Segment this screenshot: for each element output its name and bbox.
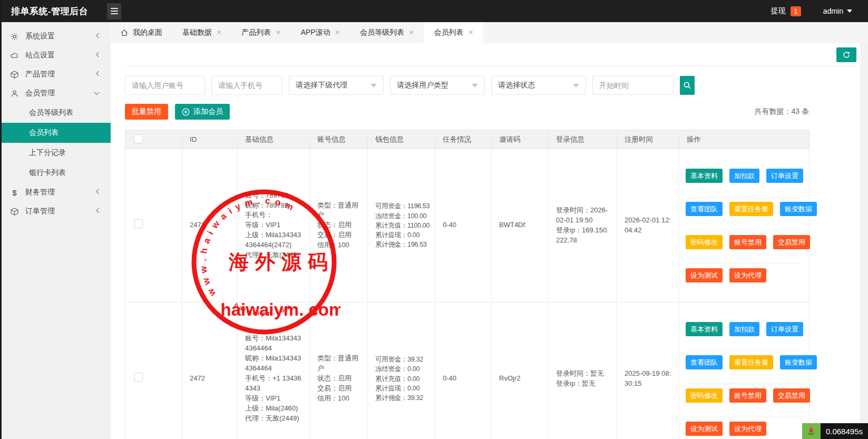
agent-select[interactable]: 请选择下级代理 — [289, 76, 384, 95]
select-all-checkbox[interactable] — [134, 134, 143, 143]
plus-circle-icon — [182, 108, 190, 116]
action-set-as-agent[interactable]: 设为代理 — [729, 268, 766, 282]
row-checkbox[interactable] — [134, 219, 143, 228]
action-add-deduct-funds[interactable]: 加扣款 — [729, 322, 759, 336]
add-member-button[interactable]: 添加会员 — [175, 104, 230, 120]
close-icon[interactable] — [468, 28, 473, 37]
sidebar-item-finance-management[interactable]: $ 财务管理 — [0, 183, 111, 202]
chevron-left-icon — [95, 188, 100, 197]
cell-account-info: 类型：普通用户 状态：启用 交易：启用 信用：100 — [310, 149, 368, 303]
close-icon[interactable] — [276, 28, 280, 37]
action-account-change-data[interactable]: 账变数据 — [780, 355, 817, 369]
cell-login-info: 登录时间：暂无 登录ip：暂无 — [549, 302, 617, 439]
action-basic-profile[interactable]: 基本资料 — [686, 322, 723, 336]
refresh-icon — [842, 51, 851, 59]
sidebar-item-member-level-list[interactable]: 会员等级列表 — [0, 103, 111, 123]
user-menu[interactable]: admin — [823, 7, 852, 15]
cell-wallet-info: 可用资金：39.32 冻结资金：0.00 累计充值：0.00 累计提现：0.00… — [368, 302, 435, 439]
sidebar-item-site-settings[interactable]: 站点设置 — [0, 46, 111, 65]
action-view-team[interactable]: 查看团队 — [686, 355, 723, 369]
account-input[interactable] — [125, 76, 205, 95]
total-count-text: 共有数据：43 条 — [755, 107, 809, 116]
sidebar-item-label: 订单管理 — [25, 207, 55, 216]
withdraw-link[interactable]: 提现 1 — [771, 6, 801, 16]
sidebar: 系统设置 站点设置 产品管理 会员管理 会员等级列表 会员列表 上下分记录 银行… — [0, 22, 111, 439]
action-set-as-test[interactable]: 设为测试 — [686, 268, 723, 282]
column-header-account-info: 账号信息 — [310, 130, 368, 149]
chevron-down-icon — [573, 84, 579, 87]
action-view-team[interactable]: 查看团队 — [686, 202, 723, 216]
action-change-password[interactable]: 密码修改 — [686, 388, 723, 403]
action-disable-account[interactable]: 账号禁用 — [729, 235, 766, 249]
row-checkbox[interactable] — [134, 373, 143, 382]
sidebar-item-label: 产品管理 — [25, 70, 55, 79]
sidebar-item-order-management[interactable]: 订单管理 — [0, 202, 111, 221]
cell-id: 2473 — [182, 149, 238, 303]
sidebar-item-product-management[interactable]: 产品管理 — [0, 65, 111, 84]
sidebar-item-member-management[interactable]: 会员管理 — [0, 84, 111, 103]
refresh-button[interactable] — [836, 47, 856, 62]
debug-trace-badge[interactable]: 0.068495s — [802, 423, 868, 439]
action-account-change-data[interactable]: 账变数据 — [780, 202, 817, 216]
status-select[interactable]: 请选择状态 — [491, 76, 586, 95]
action-basic-profile[interactable]: 基本资料 — [686, 169, 723, 183]
action-reset-tasks[interactable]: 重置任务量 — [729, 202, 773, 216]
cell-invite-code: RvOjr2 — [492, 302, 549, 439]
sidebar-item-label: 站点设置 — [25, 51, 55, 60]
start-time-input[interactable] — [592, 76, 674, 95]
action-set-as-test[interactable]: 设为测试 — [686, 422, 723, 436]
tab-basic-data[interactable]: 基础数据 — [172, 22, 231, 43]
card-toolbar — [125, 43, 860, 66]
window-edge — [0, 0, 2, 439]
column-header-task-status: 任务情况 — [435, 130, 492, 149]
hamburger-icon — [111, 8, 118, 9]
search-button[interactable] — [680, 76, 695, 95]
phone-input[interactable] — [211, 76, 282, 95]
cloud-icon — [11, 52, 18, 60]
sidebar-item-bank-card-list[interactable]: 银行卡列表 — [0, 163, 111, 183]
dollar-icon: $ — [11, 188, 18, 197]
column-header-invite-code: 邀请码 — [492, 130, 549, 149]
close-icon[interactable] — [335, 28, 340, 37]
tab-member-level-list[interactable]: 会员等级列表 — [350, 22, 424, 43]
tab-home[interactable]: 我的桌面 — [111, 22, 172, 43]
sidebar-item-member-list[interactable]: 会员列表 — [0, 123, 111, 143]
chevron-down-icon — [93, 89, 100, 97]
package-icon — [11, 208, 18, 216]
action-disable-account[interactable]: 账号禁用 — [729, 388, 766, 403]
action-set-as-agent[interactable]: 设为代理 — [729, 422, 766, 436]
sidebar-item-points-records[interactable]: 上下分记录 — [0, 143, 111, 163]
search-icon — [683, 81, 691, 90]
column-header-login-info: 登录信息 — [549, 130, 617, 149]
close-icon[interactable] — [409, 28, 414, 37]
cell-account-info: 类型：普通用户 状态：启用 交易：启用 信用：100 — [310, 302, 368, 439]
action-disable-trading[interactable]: 交易禁用 — [773, 388, 810, 403]
column-header-basic-info: 基础信息 — [238, 130, 310, 149]
tab-bar: 我的桌面 基础数据 产品列表 APP滚动 会员等级列表 会员列表 — [111, 22, 868, 43]
action-order-settings[interactable]: 订单设置 — [766, 322, 803, 336]
action-add-deduct-funds[interactable]: 加扣款 — [729, 169, 759, 183]
menu-toggle-button[interactable] — [107, 3, 121, 19]
action-change-password[interactable]: 密码修改 — [686, 235, 723, 249]
tab-member-list[interactable]: 会员列表 — [424, 22, 483, 43]
column-header-register-time: 注册时间 — [617, 130, 679, 149]
table-row: 2472 账号：Mila1343434364464 昵称：Mila1343434… — [125, 302, 810, 439]
action-order-settings[interactable]: 订单设置 — [766, 169, 803, 183]
action-disable-trading[interactable]: 交易禁用 — [773, 235, 810, 249]
action-reset-tasks[interactable]: 重置任务量 — [729, 355, 773, 369]
gear-icon — [11, 33, 18, 41]
chevron-left-icon — [95, 51, 100, 60]
batch-disable-button[interactable]: 批量禁用 — [125, 104, 168, 120]
cell-login-info: 登录时间：2026-02-01 19:50 登录ip：169.150.222.7… — [549, 149, 617, 303]
tab-product-list[interactable]: 产品列表 — [231, 22, 290, 43]
tab-app-scroll[interactable]: APP滚动 — [291, 22, 350, 43]
sidebar-item-label: 系统设置 — [25, 32, 55, 41]
sidebar-item-system-settings[interactable]: 系统设置 — [0, 27, 111, 46]
sidebar-item-label: 财务管理 — [25, 188, 55, 197]
close-icon[interactable] — [217, 28, 221, 37]
column-header-id: ID — [182, 130, 238, 149]
sidebar-item-label: 会员管理 — [25, 89, 55, 98]
user-type-select[interactable]: 请选择用户类型 — [390, 76, 485, 95]
column-header-wallet-info: 钱包信息 — [368, 130, 435, 149]
cell-actions: 基本资料 加扣款 订单设置 查看团队 重置任务量 账变数据 — [679, 149, 810, 303]
